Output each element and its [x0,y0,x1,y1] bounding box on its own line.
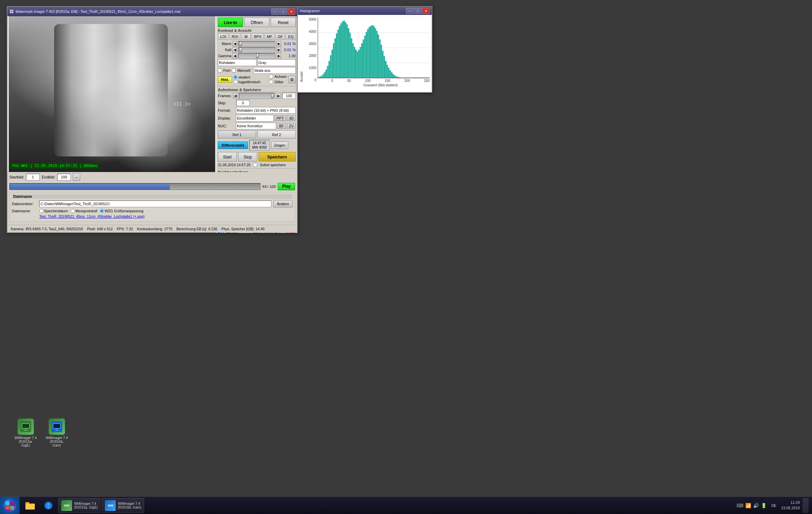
maximize-button[interactable]: □ [279,8,287,15]
endbild-label: Endbild: [42,175,55,179]
gamma-slider-right[interactable]: ▶ [276,53,281,59]
hist-button[interactable]: Hist. [218,77,232,83]
minimize-button[interactable]: ─ [271,8,279,15]
svg-rect-26 [351,38,352,78]
wzg-label: WZG Größenanpassung [105,209,143,213]
warm-slider-track[interactable] [238,41,275,46]
wzg-option[interactable]: WZG Größenanpassung [100,209,143,213]
sofort-speichern-checkbox[interactable] [253,163,257,167]
svg-rect-34 [363,40,364,78]
gear-button[interactable]: ⚙ [288,76,296,83]
skip-input[interactable] [236,100,250,106]
gitter-checkbox[interactable] [269,80,273,84]
zeigen-button[interactable]: Zeigen [271,142,289,149]
hist-maximize-button[interactable]: □ [414,8,422,14]
speichern-button[interactable]: Speichern [258,152,296,162]
svg-rect-29 [355,50,357,78]
m-button[interactable]: M [241,34,251,40]
wzg-radio[interactable] [100,209,104,213]
skaliert-radio[interactable] [233,75,238,79]
hist-chart-wrapper: 0 50 100 150 200 250 Grauwert (8bit-skal… [318,18,430,82]
nuc-dropdown[interactable]: Keine Korrektur [236,123,276,129]
frames-left[interactable]: ◀ [233,93,238,99]
gamma-slider-track[interactable] [238,53,275,59]
frames-track[interactable] [239,93,275,99]
startbild-input[interactable] [26,174,40,180]
live-button[interactable]: Live-In [218,18,243,27]
desktop-icon-wm2[interactable]: WMImager 7.4(R2016b, Icam) [43,416,70,449]
show-desktop-button[interactable] [803,498,809,513]
window-title: Watermark Imager 7.402 [R2015a, EM] - Te… [16,9,271,14]
phys-status: Phys. Speicher [GB]: 14.40 [221,227,265,231]
speicherdatum-label: Speicherdatum [44,209,68,213]
hist-window-controls: ─ □ ✕ [406,8,430,14]
endbild-input[interactable] [57,174,71,180]
3d-button[interactable]: 3D [287,115,296,121]
kalt-slider-left[interactable]: ◀ [232,47,237,52]
svg-rect-18 [339,26,340,78]
speicherdatum-option[interactable]: Speicherdatum [39,209,68,213]
desktop-icon-wm1[interactable]: WMImager 7.4(R2015a, GigE) [12,416,39,449]
speicherdatum-radio[interactable] [39,209,43,213]
messprotokoll-radio[interactable] [71,209,75,213]
gamma-slider-left[interactable]: ◀ [232,53,237,59]
warm-slider-left[interactable]: ◀ [232,41,237,46]
gray-dropdown[interactable]: Gray [257,59,296,66]
hist-close-button[interactable]: ✕ [422,8,430,14]
datenordner-input[interactable] [39,200,271,207]
eq-button[interactable]: EQ [286,34,296,40]
taskbar-item-wm1[interactable]: WM WMImager 7.4(R2015a, GigE) [58,498,100,513]
svg-rect-9 [325,70,327,78]
bpx-button[interactable]: BPX [252,34,264,40]
filename-link[interactable]: Test_ThoR_20190521_45ms_11cm_4Strahler_L… [39,214,144,218]
loi-button[interactable]: LOI [218,34,228,40]
ref1-button[interactable]: Ref 1 [218,130,256,138]
fein-checkbox[interactable] [218,68,222,72]
reset-button[interactable]: Reset [271,18,296,27]
play-button[interactable]: Play [278,183,295,190]
andern-button[interactable]: Ändern [273,200,293,208]
kalt-slider-right[interactable]: ▶ [276,47,281,52]
windows-logo [4,499,16,512]
frames-right[interactable]: ▶ [276,93,281,99]
ref2-button[interactable]: Ref 2 [257,130,296,138]
zv-button[interactable]: ZV [287,123,296,129]
hist-minimize-button[interactable]: ─ [406,8,413,14]
svg-rect-65 [24,430,28,431]
radio-group: Speicherdatum Messprotokoll WZG Größenan… [39,209,293,213]
logarithmisch-radio[interactable] [233,80,238,84]
bf-button[interactable]: BF [277,123,286,129]
start-menu-button[interactable] [0,497,20,514]
ref-row: Ref 1 Ref 2 [218,130,296,138]
start-button[interactable]: Start [218,152,237,162]
messprotokoll-option[interactable]: Messprotokoll [71,209,97,213]
mf-button[interactable]: MF [265,34,274,40]
svg-rect-20 [342,21,343,78]
stop-button[interactable]: Stop [238,152,257,162]
gf-button[interactable]: GF [275,34,285,40]
manuell-checkbox[interactable] [232,68,236,72]
roi-button[interactable]: ROI [229,34,240,40]
kalt-slider-track[interactable] [238,47,275,52]
achsen-checkbox[interactable] [269,74,273,79]
close-button[interactable]: ✕ [288,8,295,15]
offnen-button[interactable]: Öffnen [244,18,269,27]
main-window: 🖼 Watermark Imager 7.402 [R2015a, EM] - … [7,6,298,233]
progress-bar[interactable] [9,183,261,190]
playback-arrows-button[interactable]: ↔ [73,173,80,181]
desktop: 🖼 Watermark Imager 7.402 [R2015a, EM] - … [0,0,812,514]
kamera-status-label: Kamera: [11,227,24,231]
svg-rect-51 [388,68,389,78]
warm-slider-right[interactable]: ▶ [276,41,281,46]
differenzbild-button[interactable]: Differenzbild [218,142,248,149]
rohdaten-dropdown[interactable]: Rohdaten [218,59,256,66]
frames-input[interactable] [282,93,296,99]
display-dropdown[interactable]: Einzelbilder [236,115,274,122]
ppt-button[interactable]: PPT [275,115,286,121]
taskbar-folder-button[interactable] [22,498,39,513]
kalt-slider-row: Kalt ◀ ▶ 0.01 % [218,47,296,52]
format-dropdown[interactable]: Rohdaten (16-bit) + PNG (8-bit) [236,107,296,114]
taskbar-item-wm2[interactable]: WM WMImager 7.4(R2016b, Icam) [102,498,144,513]
skala-dropdown[interactable]: Skala aus [253,67,296,74]
taskbar-ie-button[interactable] [40,498,57,513]
